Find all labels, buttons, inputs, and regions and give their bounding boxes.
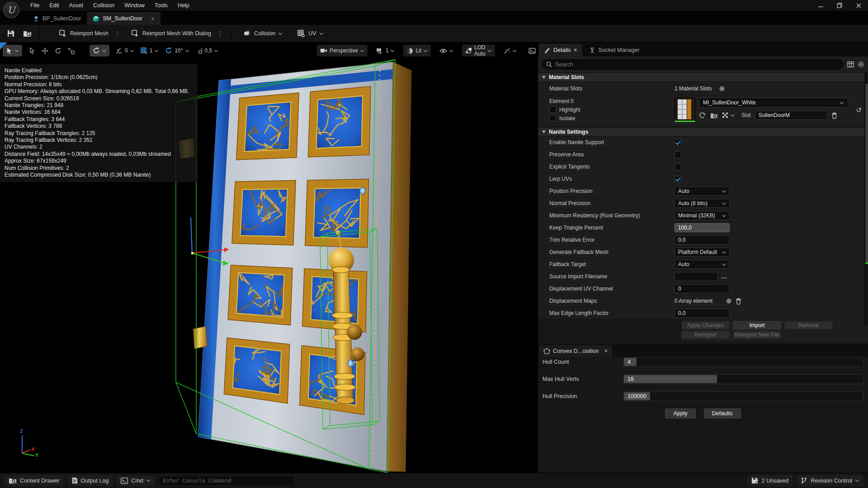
details-scrollbar[interactable] bbox=[864, 72, 868, 325]
menu-file[interactable]: File bbox=[25, 0, 44, 10]
source-import-filename-input[interactable] bbox=[675, 272, 718, 281]
surface-snap-button[interactable]: 0 bbox=[112, 45, 137, 56]
menu-window[interactable]: Window bbox=[119, 0, 149, 10]
output-log-button[interactable]: Output Log bbox=[68, 475, 113, 486]
import-button[interactable]: Import bbox=[733, 321, 781, 329]
close-button[interactable] bbox=[849, 0, 868, 11]
browse-file-icon[interactable]: ... bbox=[722, 273, 727, 280]
view-mode-button[interactable]: Lit bbox=[403, 45, 431, 56]
delete-slot-icon[interactable] bbox=[831, 112, 837, 119]
minimum-residency-dropdown[interactable]: Minimal (32KB) bbox=[675, 211, 730, 220]
reimport-mesh-dialog-button[interactable]: Reimport Mesh With Dialog bbox=[127, 27, 215, 40]
texture-streaming-icon[interactable] bbox=[722, 112, 728, 118]
generate-fallback-dropdown[interactable]: Platform Default bbox=[675, 248, 730, 257]
chevron-down-icon[interactable] bbox=[731, 113, 735, 117]
hull-count-slider[interactable]: 4 bbox=[623, 357, 863, 367]
settings-gear-icon[interactable] bbox=[858, 61, 864, 68]
apply-button[interactable]: Apply bbox=[665, 408, 695, 418]
highlight-checkbox[interactable] bbox=[549, 106, 556, 113]
array-clear-icon[interactable] bbox=[736, 298, 741, 305]
scrollbar-thumb[interactable] bbox=[865, 83, 868, 264]
restore-button[interactable] bbox=[830, 0, 849, 11]
details-close-icon[interactable]: × bbox=[574, 47, 577, 53]
unsaved-button[interactable]: 2 Unsaved bbox=[747, 475, 793, 487]
lod-button[interactable]: LOD Auto bbox=[462, 45, 495, 56]
screen-percentage-button[interactable]: 1 bbox=[373, 45, 398, 56]
section-material-slots[interactable]: Material Slots bbox=[538, 72, 868, 82]
move-icon bbox=[42, 47, 48, 54]
screenshot-button[interactable] bbox=[525, 45, 537, 56]
console-input[interactable] bbox=[163, 478, 290, 484]
preserve-area-checkbox[interactable] bbox=[675, 151, 681, 158]
use-selected-icon[interactable] bbox=[699, 112, 706, 119]
menu-help[interactable]: Help bbox=[173, 0, 194, 10]
rotate-tool-button[interactable] bbox=[52, 45, 65, 56]
tab-bp-sullendoor[interactable]: BP_SullenDoor bbox=[27, 12, 87, 25]
tab-details[interactable]: Details × bbox=[539, 44, 582, 56]
material-select-dropdown[interactable]: MI_SullenDoor_White bbox=[699, 98, 848, 108]
remove-button[interactable]: Remove bbox=[784, 321, 833, 329]
defaults-button[interactable]: Defaults bbox=[704, 408, 741, 418]
save-button[interactable] bbox=[3, 27, 19, 40]
apply-changes-button[interactable]: Apply Changes bbox=[681, 321, 730, 329]
max-hull-verts-slider[interactable]: 16 bbox=[623, 374, 863, 384]
section-nanite-settings[interactable]: Nanite Settings bbox=[538, 127, 868, 136]
position-precision-dropdown[interactable]: Auto bbox=[675, 187, 730, 196]
cmd-selector-button[interactable]: Cmd bbox=[117, 475, 154, 486]
max-edge-length-input[interactable]: 0,0 bbox=[675, 309, 730, 318]
tab-socket-manager[interactable]: Socket Manager bbox=[584, 44, 645, 56]
rotation-snap-button[interactable]: 10° bbox=[162, 45, 192, 56]
array-add-icon[interactable]: ⊕ bbox=[726, 297, 732, 305]
browse-asset-button[interactable] bbox=[19, 27, 36, 40]
grid-snap-button[interactable]: 1 bbox=[137, 45, 162, 56]
normal-precision-dropdown[interactable]: Auto (8 bits) bbox=[675, 199, 730, 208]
search-input[interactable] bbox=[555, 61, 839, 68]
browse-to-asset-icon[interactable] bbox=[710, 112, 718, 119]
console-command-box[interactable] bbox=[159, 476, 294, 486]
tab-close-icon[interactable]: × bbox=[151, 15, 155, 22]
display-filter-icon[interactable] bbox=[847, 61, 854, 67]
menu-collision[interactable]: Collision bbox=[88, 0, 119, 10]
reimport-mesh-button[interactable]: Reimport Mesh bbox=[55, 27, 113, 40]
move-tool-button[interactable] bbox=[38, 45, 52, 56]
content-drawer-button[interactable]: Content Drawer bbox=[5, 475, 64, 486]
reimport-dialog-options-icon[interactable]: ⋮ bbox=[215, 30, 225, 37]
keep-triangle-percent-input[interactable]: 100,0 bbox=[675, 223, 730, 232]
select-mode-button[interactable] bbox=[26, 45, 38, 56]
reset-to-default-icon[interactable]: ↺ bbox=[856, 106, 862, 114]
snap-rotate-mode-button[interactable] bbox=[90, 45, 109, 56]
displacement-uv-channel-input[interactable]: 0 bbox=[675, 284, 730, 293]
menu-edit[interactable]: Edit bbox=[44, 0, 64, 10]
lerp-uvs-checkbox[interactable] bbox=[675, 176, 681, 183]
toolbar-separator bbox=[231, 28, 232, 39]
reimport-button[interactable]: Reimport bbox=[681, 331, 730, 339]
hull-precision-slider[interactable]: 100000 bbox=[623, 391, 863, 401]
convex-close-icon[interactable]: × bbox=[604, 348, 607, 354]
add-material-slot-icon[interactable]: ⊕ bbox=[719, 84, 725, 93]
uv-menu-button[interactable]: UV bbox=[293, 27, 327, 40]
fallback-target-dropdown[interactable]: Auto bbox=[675, 260, 730, 269]
minimize-button[interactable] bbox=[811, 0, 830, 11]
tab-sm-sullendoor[interactable]: SM_SullenDoor × bbox=[87, 12, 160, 25]
explicit-tangents-checkbox[interactable] bbox=[675, 164, 681, 170]
preview-effects-button[interactable] bbox=[500, 45, 520, 56]
menu-tools[interactable]: Tools bbox=[150, 0, 173, 10]
revision-control-button[interactable]: Revision Control bbox=[797, 475, 863, 486]
search-box[interactable] bbox=[542, 59, 844, 70]
3d-viewport[interactable]: Z X Y 0 1 bbox=[0, 42, 537, 473]
isolate-checkbox[interactable] bbox=[549, 115, 556, 122]
collision-menu-button[interactable]: Collision bbox=[239, 27, 287, 40]
camera-mode-button[interactable]: Perspective bbox=[317, 45, 368, 56]
menu-asset[interactable]: Asset bbox=[64, 0, 88, 10]
scale-tool-button[interactable] bbox=[65, 45, 78, 56]
enable-nanite-checkbox[interactable] bbox=[675, 139, 681, 146]
slot-name-field[interactable]: SullenDoorM bbox=[755, 111, 827, 120]
reimport-new-file-button[interactable]: Reimport New File bbox=[733, 331, 781, 339]
show-flags-button[interactable] bbox=[436, 45, 457, 56]
scale-snap-button[interactable]: 0,5 bbox=[193, 45, 222, 56]
reimport-options-icon[interactable]: ⋮ bbox=[113, 30, 123, 37]
material-thumbnail[interactable] bbox=[675, 98, 695, 122]
trim-relative-error-input[interactable]: 0,0 bbox=[675, 235, 730, 244]
tab-convex-decomposition[interactable]: Convex D...osition × bbox=[539, 345, 612, 357]
select-tool-button[interactable] bbox=[3, 45, 22, 56]
